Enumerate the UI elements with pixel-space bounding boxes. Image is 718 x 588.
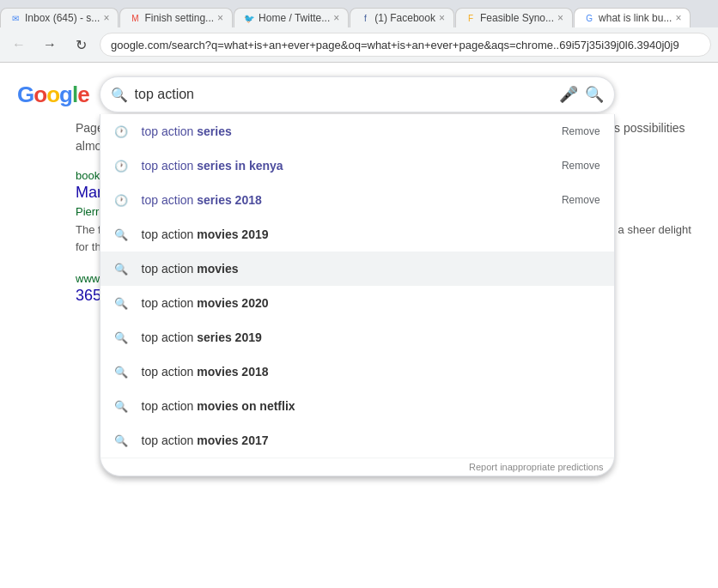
search-left-icon: 🔍 [111,87,128,103]
dropdown-text-5: top action movies 2020 [142,296,600,310]
dropdown-item-2[interactable]: 🕐top action series 2018Remove [100,183,614,217]
dropdown-remove-2[interactable]: Remove [562,194,600,206]
dropdown-item-7[interactable]: 🔍top action movies 2018 [100,355,614,389]
dropdown-text-4: top action movies [142,262,600,276]
dropdown-text-9: top action movies 2017 [142,433,600,447]
dropdown-item-3[interactable]: 🔍top action movies 2019 [100,217,614,252]
dropdown-item-1[interactable]: 🕐top action series in kenyaRemove [100,149,614,183]
tab-tab3[interactable]: 🐦Home / Twitte...× [234,8,349,27]
search-icon-5: 🔍 [114,297,131,310]
page-content: G o o g l e 🔍 🎤 🔍 🕐top action seriesRemo… [0,63,718,336]
search-input-wrapper: 🔍 🎤 🔍 [100,76,615,112]
dropdown-text-6: top action series 2019 [142,330,600,344]
dropdown-text-3: top action movies 2019 [142,227,600,241]
dropdown-item-4[interactable]: 🔍top action movies [100,252,614,286]
tab-favicon-tab3: 🐦 [243,12,255,24]
browser-chrome: ✉Inbox (645) - s...×MFinish setting...×🐦… [0,0,718,63]
search-button-icon[interactable]: 🔍 [585,85,604,104]
logo-o2: o [46,82,59,108]
clock-icon-2: 🕐 [114,194,131,207]
logo-e: e [77,82,88,108]
search-icon-8: 🔍 [114,400,131,413]
search-icon-3: 🔍 [114,228,131,241]
address-bar-row: ← → ↻ [0,27,718,62]
clock-icon-0: 🕐 [114,125,131,138]
dropdown-item-9[interactable]: 🔍top action movies 2017 [100,423,614,458]
tab-close-tab3[interactable]: × [333,12,339,24]
dropdown-footer: Report inappropriate predictions [100,458,614,476]
address-input[interactable] [100,33,711,57]
search-box-container: 🔍 🎤 🔍 🕐top action seriesRemove🕐top actio… [100,76,615,112]
dropdown-item-6[interactable]: 🔍top action series 2019 [100,320,614,355]
tab-text-tab1: Inbox (645) - s... [25,12,100,24]
tab-tab2[interactable]: MFinish setting...× [119,8,233,27]
tab-favicon-tab2: M [129,12,141,24]
forward-button[interactable]: → [38,33,62,57]
tab-text-tab4: (1) Facebook [374,12,435,24]
tab-close-tab6[interactable]: × [675,12,681,24]
dropdown-text-8: top action movies on netflix [142,399,600,413]
mic-icon[interactable]: 🎤 [559,85,578,104]
back-button[interactable]: ← [7,33,31,57]
tab-text-tab3: Home / Twitte... [259,12,330,24]
refresh-button[interactable]: ↻ [69,33,93,57]
tab-tab5[interactable]: FFeasible Syno...× [455,8,573,27]
tab-tab6[interactable]: Gwhat is link bu...× [574,8,691,27]
tab-close-tab4[interactable]: × [439,12,445,24]
dropdown-item-8[interactable]: 🔍top action movies on netflix [100,389,614,423]
search-dropdown: 🕐top action seriesRemove🕐top action seri… [100,114,615,476]
logo-g2: g [59,82,72,108]
tab-text-tab2: Finish setting... [144,12,214,24]
search-icon-4: 🔍 [114,263,131,276]
search-icon-9: 🔍 [114,434,131,447]
tab-close-tab1[interactable]: × [103,12,109,24]
dropdown-remove-0[interactable]: Remove [562,125,600,137]
tab-text-tab6: what is link bu... [599,12,672,24]
logo-g1: G [17,82,33,108]
tab-bar: ✉Inbox (645) - s...×MFinish setting...×🐦… [0,0,718,27]
tab-favicon-tab6: G [583,12,595,24]
search-icon-right: 🎤 🔍 [559,85,604,104]
dropdown-text-0: top action series [142,124,562,138]
tab-favicon-tab4: f [359,12,371,24]
search-icon-6: 🔍 [114,331,131,344]
dropdown-text-2: top action series 2018 [142,193,562,207]
tab-close-tab5[interactable]: × [557,12,563,24]
tab-close-tab2[interactable]: × [217,12,223,24]
dropdown-text-7: top action movies 2018 [142,365,600,379]
tab-tab1[interactable]: ✉Inbox (645) - s...× [0,8,119,27]
dropdown-item-0[interactable]: 🕐top action seriesRemove [100,114,614,149]
dropdown-item-5[interactable]: 🔍top action movies 2020 [100,286,614,320]
tab-tab4[interactable]: f(1) Facebook× [350,8,454,27]
tab-text-tab5: Feasible Syno... [480,12,554,24]
tab-favicon-tab5: F [465,12,477,24]
tab-favicon-tab1: ✉ [9,12,21,24]
google-header: G o o g l e 🔍 🎤 🔍 🕐top action seriesRemo… [17,76,701,112]
google-logo: G o o g l e [17,82,89,108]
search-icon-7: 🔍 [114,366,131,379]
dropdown-text-1: top action series in kenya [142,159,562,173]
logo-o1: o [33,82,46,108]
clock-icon-1: 🕐 [114,160,131,173]
search-input[interactable] [135,87,559,102]
dropdown-remove-1[interactable]: Remove [562,160,600,172]
